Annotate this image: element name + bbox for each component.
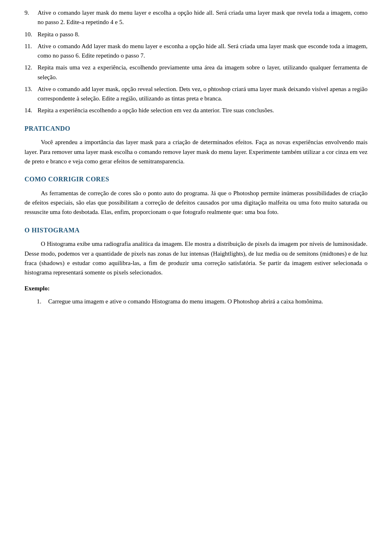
exemplo-list: 1.Carregue uma imagem e ative o comando … (37, 297, 368, 306)
list-item-text: Ative o comando Add layer mask do menu l… (38, 42, 368, 61)
list-item: 9.Ative o comando layer mask do menu lay… (24, 8, 368, 27)
histograma-text: O Histograma exibe uma radiografia analí… (24, 239, 368, 277)
list-item: 10.Repita o passo 8. (24, 30, 368, 39)
list-item-text: Repita mais uma vez a experiência, escol… (38, 63, 368, 82)
list-item-num: 13. (24, 85, 38, 104)
praticando-heading: PRATICANDO (24, 124, 368, 134)
list-item-num: 11. (24, 42, 38, 61)
list-item-text: Ative o comando add layer mask, opção re… (38, 85, 368, 104)
list-item: 13.Ative o comando add layer mask, opção… (24, 85, 368, 104)
list-item-num: 12. (24, 63, 38, 82)
list-item-num: 1. (37, 297, 48, 306)
main-numbered-list: 9.Ative o comando layer mask do menu lay… (24, 8, 368, 116)
list-item-text: Ative o comando layer mask do menu layer… (38, 8, 368, 27)
list-item: 11.Ative o comando Add layer mask do men… (24, 42, 368, 61)
list-item: 1.Carregue uma imagem e ative o comando … (37, 297, 368, 306)
praticando-text: Você aprendeu a importância das layer ma… (24, 138, 368, 166)
list-item: 12.Repita mais uma vez a experiência, es… (24, 63, 368, 82)
list-item-text: Carregue uma imagem e ative o comando Hi… (48, 297, 368, 306)
corrigir-cores-text: As ferramentas de correção de cores são … (24, 189, 368, 217)
list-item-num: 14. (24, 106, 38, 115)
list-item: 14.Repita a experiência escolhendo a opç… (24, 106, 368, 115)
histograma-heading: O HISTOGRAMA (24, 225, 368, 236)
corrigir-cores-heading: COMO CORRIGIR CORES (24, 174, 368, 185)
list-item-text: Repita o passo 8. (38, 30, 368, 39)
list-item-num: 10. (24, 30, 38, 39)
list-item-num: 9. (24, 8, 38, 27)
exemplo-label: Exemplo: (24, 284, 368, 293)
list-item-text: Repita a experiência escolhendo a opção … (38, 106, 368, 115)
